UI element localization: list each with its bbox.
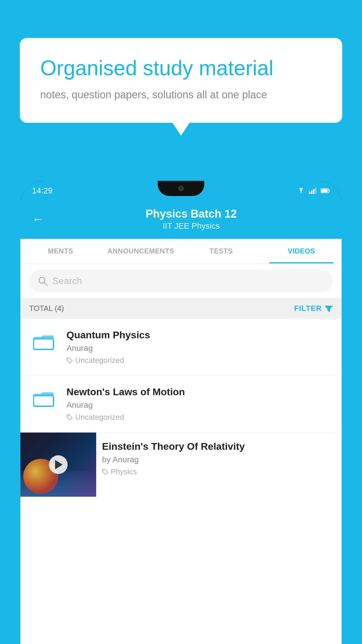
item-details: Einstein's Theory Of Relativity by Anura…: [96, 433, 342, 484]
svg-rect-2: [313, 189, 314, 194]
tab-announcements[interactable]: ANNOUNCEMENTS: [101, 239, 181, 263]
svg-rect-1: [311, 190, 312, 194]
wifi-icon: [297, 188, 305, 194]
tab-videos[interactable]: VIDEOS: [261, 239, 342, 263]
back-button[interactable]: ←: [32, 213, 44, 226]
folder-icon: [33, 388, 54, 407]
svg-rect-5: [329, 190, 330, 192]
play-triangle: [55, 460, 63, 469]
video-thumbnail: [20, 433, 96, 497]
status-bar: 14:29: [20, 181, 342, 201]
list-item[interactable]: Newton's Laws of Motion Anurag Uncategor…: [20, 376, 342, 433]
status-time: 14:29: [32, 186, 52, 195]
speech-bubble-container: Organised study material notes, question…: [20, 38, 342, 123]
phone-screen: ← Physics Batch 12 IIT JEE Physics MENTS…: [20, 201, 342, 644]
filter-label: FILTER: [294, 304, 322, 313]
item-tag: Physics: [102, 467, 336, 476]
header-sub-title: IIT JEE Physics: [52, 221, 330, 231]
header-title-section: Physics Batch 12 IIT JEE Physics: [52, 208, 330, 231]
tag-text: Uncategorized: [75, 413, 124, 422]
svg-rect-3: [315, 188, 317, 194]
item-title: Einstein's Theory Of Relativity: [102, 441, 336, 452]
tab-tests[interactable]: TESTS: [181, 239, 261, 263]
filter-bar: TOTAL (4) FILTER: [20, 298, 342, 319]
folder-icon: [33, 332, 54, 350]
bubble-subtitle: notes, question papers, solutions all at…: [40, 88, 322, 102]
search-icon: [38, 276, 48, 286]
svg-marker-9: [325, 306, 333, 312]
svg-rect-12: [34, 339, 53, 349]
notch: [158, 181, 204, 196]
item-tag: Uncategorized: [66, 356, 333, 365]
item-author: Anurag: [66, 344, 333, 353]
svg-point-13: [68, 358, 69, 359]
content-list: Quantum Physics Anurag Uncategorized: [20, 319, 342, 644]
tabs-bar: MENTS ANNOUNCEMENTS TESTS VIDEOS: [20, 239, 342, 264]
item-title: Quantum Physics: [66, 329, 333, 341]
tag-text: Physics: [111, 467, 137, 476]
svg-point-18: [103, 470, 104, 471]
speech-bubble: Organised study material notes, question…: [20, 38, 342, 123]
tag-icon: [66, 357, 73, 364]
svg-line-8: [44, 283, 47, 286]
tab-ments[interactable]: MENTS: [20, 239, 101, 263]
search-placeholder: Search: [52, 276, 82, 286]
item-author: by Anurag: [102, 455, 336, 464]
item-details: Quantum Physics Anurag Uncategorized: [66, 329, 333, 365]
bubble-title: Organised study material: [40, 55, 322, 80]
svg-point-17: [68, 415, 69, 416]
total-count: TOTAL (4): [29, 304, 64, 313]
svg-rect-6: [321, 189, 328, 192]
item-tag: Uncategorized: [66, 413, 333, 422]
header-main-title: Physics Batch 12: [52, 208, 330, 220]
list-item-thumbnail[interactable]: Einstein's Theory Of Relativity by Anura…: [20, 433, 342, 497]
signal-icon: [309, 188, 317, 194]
search-container: Search: [20, 264, 342, 298]
filter-icon: [325, 304, 333, 313]
item-icon-area: [29, 329, 58, 350]
item-title: Newton's Laws of Motion: [66, 386, 333, 398]
battery-icon: [321, 188, 330, 193]
app-header: ← Physics Batch 12 IIT JEE Physics: [20, 201, 342, 239]
item-icon-area: [29, 386, 58, 407]
tag-icon: [66, 414, 73, 421]
search-bar[interactable]: Search: [29, 270, 333, 292]
status-icons: [297, 188, 330, 194]
tag-text: Uncategorized: [75, 356, 124, 365]
svg-rect-16: [34, 396, 53, 406]
filter-button[interactable]: FILTER: [294, 304, 333, 313]
list-item[interactable]: Quantum Physics Anurag Uncategorized: [20, 319, 342, 376]
item-author: Anurag: [66, 400, 333, 410]
play-button[interactable]: [49, 455, 68, 474]
tag-icon: [102, 469, 108, 475]
item-details: Newton's Laws of Motion Anurag Uncategor…: [66, 386, 333, 422]
svg-rect-0: [309, 192, 310, 194]
phone-frame: 14:29: [20, 181, 342, 644]
camera-dot: [178, 186, 184, 191]
